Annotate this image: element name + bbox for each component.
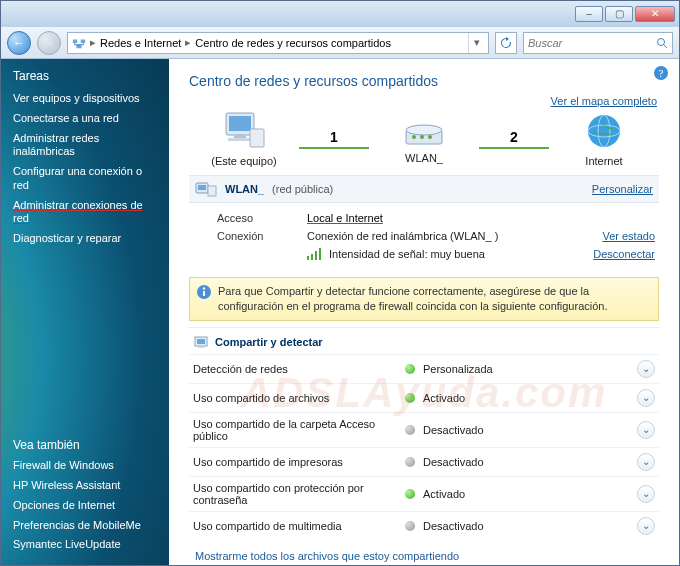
sharing-row-state: Desactivado — [423, 520, 635, 532]
help-icon[interactable]: ? — [653, 65, 669, 81]
breadcrumb-item[interactable]: Redes e Internet — [100, 37, 181, 49]
firewall-notice: Para que Compartir y detectar funcione c… — [189, 277, 659, 321]
see-also-item[interactable]: Firewall de Windows — [13, 456, 157, 476]
disconnect-link[interactable]: Desconectar — [593, 248, 655, 260]
status-dot — [405, 521, 415, 531]
chevron-right-icon: ▸ — [90, 36, 96, 49]
sidebar-item[interactable]: Configurar una conexión o red — [13, 162, 157, 196]
minimize-button[interactable]: – — [575, 6, 603, 22]
expand-button[interactable]: ⌄ — [637, 517, 655, 535]
sharing-row-state: Desactivado — [423, 424, 635, 436]
svg-point-3 — [658, 38, 665, 45]
sidebar-item-manage-connections[interactable]: Administrar conexiones de red — [13, 196, 157, 230]
address-bar[interactable]: ▸ Redes e Internet ▸ Centro de redes y r… — [67, 32, 489, 54]
svg-rect-8 — [234, 135, 246, 138]
page-title: Centro de redes y recursos compartidos — [189, 73, 659, 89]
expand-button[interactable]: ⌄ — [637, 360, 655, 378]
status-dot — [405, 393, 415, 403]
sharing-row-state: Activado — [423, 392, 635, 404]
expand-button[interactable]: ⌄ — [637, 389, 655, 407]
maximize-button[interactable]: ▢ — [605, 6, 633, 22]
computer-icon — [220, 111, 268, 151]
see-also-item[interactable]: HP Wireless Assistant — [13, 476, 157, 496]
search-input[interactable]: Buscar — [523, 32, 673, 54]
sharing-heading: Compartir y detectar — [189, 327, 659, 354]
close-button[interactable]: ✕ — [635, 6, 675, 22]
sharing-row-name: Uso compartido de multimedia — [193, 520, 403, 532]
tasks-heading: Tareas — [13, 69, 157, 83]
sharing-row-name: Uso compartido de la carpeta Acceso públ… — [193, 418, 403, 442]
network-icon — [72, 36, 86, 50]
status-dot — [405, 489, 415, 499]
map-node-this-pc: (Este equipo) — [199, 111, 289, 167]
sidebar-item[interactable]: Conectarse a una red — [13, 109, 157, 129]
map-link-label: 2 — [510, 129, 518, 145]
access-label: Acceso — [217, 212, 307, 224]
forward-button[interactable]: → — [37, 31, 61, 55]
search-placeholder: Buscar — [528, 37, 562, 49]
sharing-row-name: Detección de redes — [193, 363, 403, 375]
svg-rect-10 — [250, 129, 264, 147]
breadcrumb-item[interactable]: Centro de redes y recursos compartidos — [195, 37, 391, 49]
network-name: WLAN_ — [225, 183, 264, 195]
svg-point-13 — [412, 135, 416, 139]
customize-link[interactable]: Personalizar — [592, 183, 653, 195]
connection-label: Conexión — [217, 230, 307, 242]
access-value: Local e Internet — [307, 212, 655, 224]
sharing-row-name: Uso compartido con protección por contra… — [193, 482, 403, 506]
sharing-row: Uso compartido de impresorasDesactivado⌄ — [189, 447, 659, 476]
see-also-item[interactable]: Preferencias de MobileMe — [13, 516, 157, 536]
view-full-map-link[interactable]: Ver el mapa completo — [551, 95, 657, 107]
svg-point-15 — [428, 135, 432, 139]
svg-rect-23 — [311, 254, 313, 260]
status-dot — [405, 457, 415, 467]
see-also-item[interactable]: Opciones de Internet — [13, 496, 157, 516]
sharing-icon — [193, 334, 209, 350]
sharing-row-name: Uso compartido de archivos — [193, 392, 403, 404]
sidebar: Tareas Ver equipos y dispositivos Conect… — [1, 59, 169, 565]
expand-button[interactable]: ⌄ — [637, 421, 655, 439]
sharing-row: Detección de redesPersonalizada⌄ — [189, 354, 659, 383]
svg-rect-22 — [307, 256, 309, 260]
svg-point-12 — [406, 125, 442, 135]
globe-icon — [584, 111, 624, 151]
refresh-button[interactable] — [495, 32, 517, 54]
signal-label: Intensidad de señal: muy buena — [329, 248, 485, 260]
show-shared-files-link[interactable]: Mostrarme todos los archivos que estoy c… — [195, 548, 653, 564]
svg-rect-27 — [203, 291, 205, 296]
network-header: WLAN_ (red pública) Personalizar — [189, 175, 659, 203]
see-also-item[interactable]: Symantec LiveUpdate — [13, 535, 157, 555]
sharing-row: Uso compartido con protección por contra… — [189, 476, 659, 511]
status-dot — [405, 364, 415, 374]
back-button[interactable]: ← — [7, 31, 31, 55]
see-also-heading: Vea también — [13, 438, 157, 452]
address-dropdown[interactable]: ▾ — [468, 33, 484, 53]
view-status-link[interactable]: Ver estado — [602, 230, 655, 242]
info-icon — [196, 284, 212, 300]
network-scope: (red pública) — [272, 183, 333, 195]
expand-button[interactable]: ⌄ — [637, 453, 655, 471]
sharing-row: Uso compartido de archivosActivado⌄ — [189, 383, 659, 412]
sharing-row-state: Desactivado — [423, 456, 635, 468]
svg-rect-21 — [208, 186, 216, 196]
network-map: (Este equipo) 1 WLAN_ 2 Internet — [189, 111, 659, 167]
svg-rect-24 — [315, 251, 317, 260]
svg-rect-0 — [73, 39, 77, 43]
svg-rect-7 — [229, 116, 251, 131]
search-icon — [656, 37, 668, 49]
sharing-row-name: Uso compartido de impresoras — [193, 456, 403, 468]
svg-point-28 — [203, 287, 205, 289]
expand-button[interactable]: ⌄ — [637, 485, 655, 503]
svg-point-16 — [588, 115, 620, 147]
sidebar-item[interactable]: Diagnosticar y reparar — [13, 229, 157, 249]
sidebar-item[interactable]: Ver equipos y dispositivos — [13, 89, 157, 109]
svg-rect-25 — [319, 248, 321, 260]
refresh-icon — [500, 37, 512, 49]
svg-rect-1 — [81, 39, 85, 43]
status-dot — [405, 425, 415, 435]
show-shared-folders-link[interactable]: Mostrarme todas las carpetas de red comp… — [195, 564, 653, 565]
sidebar-item[interactable]: Administrar redes inalámbricas — [13, 129, 157, 163]
map-node-internet: Internet — [559, 111, 649, 167]
sharing-row: Uso compartido de multimediaDesactivado⌄ — [189, 511, 659, 540]
router-icon — [402, 114, 446, 148]
